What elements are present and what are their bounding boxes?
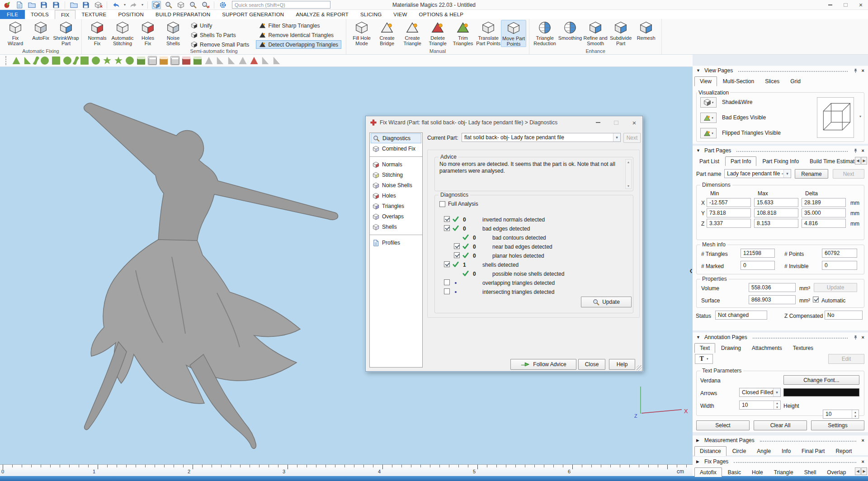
wheel-selection-icon[interactable] <box>114 57 123 65</box>
tab-part-fixing-info[interactable]: Part Fixing Info <box>757 157 804 166</box>
tab-part-list[interactable]: Part List <box>694 157 724 166</box>
tab-circle[interactable]: Circle <box>727 447 751 456</box>
select-marked-icon[interactable] <box>182 57 190 65</box>
zoom-out-icon[interactable]: × <box>201 1 210 9</box>
full-analysis-checkbox[interactable] <box>439 201 445 207</box>
redo-dropdown-icon[interactable]: ▾ <box>142 3 143 7</box>
menu-slicing[interactable]: SLICING <box>354 10 387 19</box>
fit-view-icon[interactable] <box>152 1 161 9</box>
menu-support-generation[interactable]: SUPPORT GENERATION <box>216 10 290 19</box>
subdivide-part-button[interactable]: Subdivide Part <box>608 20 633 46</box>
unmark-triangles-icon[interactable] <box>250 57 258 65</box>
zoom-scene-icon[interactable] <box>176 1 185 9</box>
shrinkwrap-part-button[interactable]: ShrinkWrap Part <box>53 20 79 46</box>
tab-hole[interactable]: Hole <box>747 468 768 477</box>
menu-position[interactable]: POSITION <box>112 10 150 19</box>
shade-wire-dropdown[interactable]: ▾ <box>700 97 717 108</box>
trim-triangles-button[interactable]: Trim Triangles <box>450 20 476 46</box>
delete-triangle-button[interactable]: Delete Triangle <box>425 20 450 46</box>
close-button[interactable]: × <box>856 1 865 9</box>
max-field[interactable]: 108.818 <box>754 208 798 217</box>
min-field[interactable]: -12.557 <box>707 198 751 207</box>
rename-button[interactable]: Rename <box>795 169 828 179</box>
panel-collapse-handle[interactable]: ❮ <box>689 265 693 277</box>
autofix-button[interactable]: AutoFix <box>28 20 53 41</box>
menu-build-preparation[interactable]: BUILD PREPARATION <box>150 10 216 19</box>
dialog-maximize-icon[interactable] <box>613 119 620 126</box>
current-part-combobox[interactable]: flat solid back- obj- Lady face pendant … <box>462 133 621 142</box>
remove-small-parts-item[interactable]: Remove Small Parts <box>188 40 252 49</box>
dialog-minimize-icon[interactable] <box>594 119 602 126</box>
update-button[interactable]: Update <box>581 297 632 307</box>
brush-selection-icon[interactable] <box>92 57 100 65</box>
pin-icon[interactable] <box>853 335 858 340</box>
translate-part-points-button[interactable]: Translate Part Points <box>476 20 501 46</box>
row-checkbox[interactable] <box>444 225 450 231</box>
tab-final-part[interactable]: Final Part <box>797 447 830 456</box>
rectangle-selection-icon[interactable] <box>52 57 60 65</box>
tab-info[interactable]: Info <box>777 447 796 456</box>
tab-shell[interactable]: Shell <box>799 468 821 477</box>
delta-field[interactable]: 4.816 <box>802 219 846 228</box>
tab-basic[interactable]: Basic <box>723 468 746 477</box>
sidebar-item-overlaps[interactable]: Overlaps <box>371 212 421 222</box>
tab-overlap[interactable]: Overlap <box>822 468 851 477</box>
follow-advice-button[interactable]: Follow Advice <box>510 359 576 370</box>
tab-slices[interactable]: Slices <box>760 77 784 86</box>
points-count-field[interactable]: 60792 <box>822 249 857 258</box>
bad-edges-dropdown[interactable]: ▾ <box>700 113 717 123</box>
close-section-icon[interactable]: × <box>862 459 864 464</box>
width-stepper[interactable]: 10 ▲▼ <box>739 401 781 410</box>
select-shell-cube-icon[interactable] <box>193 57 202 65</box>
row-checkbox[interactable] <box>444 279 450 285</box>
tab-scroll-left-icon[interactable]: ◀ <box>855 467 861 475</box>
close-section-icon[interactable]: × <box>862 438 864 443</box>
collapse-icon[interactable]: ▼ <box>696 335 701 340</box>
selection-info-icon[interactable] <box>273 57 281 65</box>
stepper-up-icon[interactable]: ▲ <box>774 401 780 405</box>
min-field[interactable]: 3.337 <box>707 219 751 228</box>
sidebar-item-stitching[interactable]: Stitching <box>371 170 421 180</box>
select-button[interactable]: Select <box>696 420 750 430</box>
tab-part-info[interactable]: Part Info <box>725 156 756 166</box>
redo-icon[interactable] <box>129 1 138 9</box>
marked-count-field[interactable]: 0 <box>741 261 775 270</box>
menu-fix[interactable]: FIX <box>55 10 76 19</box>
maximize-button[interactable] <box>841 1 850 9</box>
tab-multi-section[interactable]: Multi-Section <box>718 77 759 86</box>
fix-wizard-button[interactable]: Fix Wizard <box>3 20 28 46</box>
text-tool-dropdown[interactable]: T▾ <box>695 354 713 364</box>
clear-all-button[interactable]: Clear All <box>754 420 807 430</box>
filter-surface-icon[interactable] <box>227 57 236 65</box>
max-field[interactable]: 15.633 <box>754 198 798 207</box>
tab-autofix[interactable]: Autofix <box>694 467 722 477</box>
filter-sharp-triangles-item[interactable]: Filter Sharp Triangles <box>256 21 341 30</box>
mark-with-cursor-icon[interactable] <box>239 57 247 65</box>
pin-icon[interactable] <box>853 148 858 153</box>
select-visible-icon[interactable] <box>148 57 156 65</box>
sidebar-item-triangles[interactable]: Triangles <box>371 201 421 211</box>
sidebar-item-normals[interactable]: Normals <box>371 160 421 170</box>
preview-dropdown-icon[interactable]: ▾ <box>859 114 861 118</box>
select-triangles-icon[interactable] <box>12 57 20 65</box>
menu-file[interactable]: FILE <box>0 10 25 19</box>
new-part-icon[interactable] <box>15 1 24 9</box>
dialog-close-icon[interactable]: × <box>631 119 638 126</box>
select-surface-icon[interactable] <box>33 57 39 65</box>
filter-triangles-icon[interactable] <box>205 57 213 65</box>
collapse-icon[interactable]: ▶ <box>696 438 701 443</box>
menu-view[interactable]: VIEW <box>387 10 413 19</box>
height-stepper[interactable]: 10 ▲▼ <box>823 410 859 419</box>
window-selection-icon[interactable] <box>80 57 89 65</box>
automatic-stitching-button[interactable]: Automatic Stitching <box>110 20 135 46</box>
tab-triangle[interactable]: Triangle <box>769 468 798 477</box>
filter-shell-icon[interactable] <box>261 57 269 65</box>
menu-analyze-report[interactable]: ANALYZE & REPORT <box>290 10 354 19</box>
stepper-down-icon[interactable]: ▼ <box>774 405 780 409</box>
sidebar-item-combined-fix[interactable]: Combined Fix <box>371 144 421 154</box>
detect-overlapping-triangles-item[interactable]: Detect Overlapping Triangles <box>256 40 341 49</box>
open-part-icon[interactable] <box>27 1 36 9</box>
update-properties-button[interactable]: Update <box>814 283 857 292</box>
part-name-combobox[interactable]: Lady face pendant file -▾ <box>724 169 791 178</box>
normals-fix-button[interactable]: Normals Fix <box>85 20 110 46</box>
